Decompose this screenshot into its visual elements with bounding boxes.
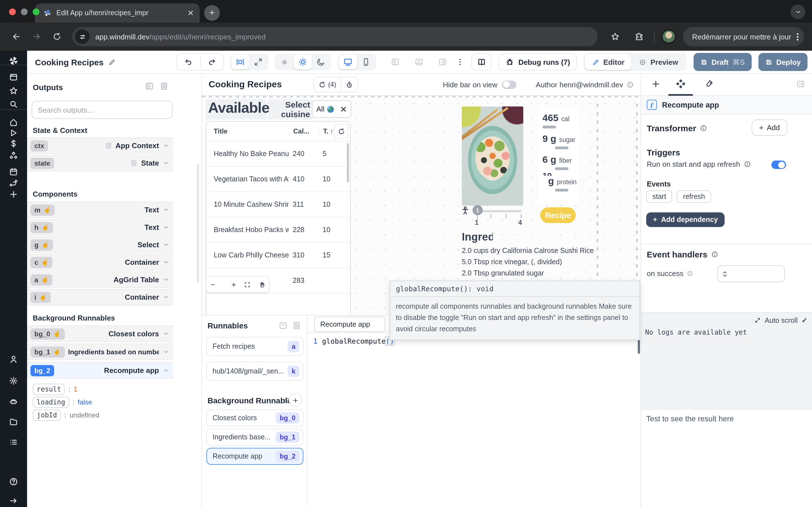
- zoom-in-icon[interactable]: +: [232, 280, 236, 289]
- more-options-kebab-icon[interactable]: [456, 57, 465, 66]
- collapse-panel-icon[interactable]: [145, 82, 154, 93]
- workers-robot-icon[interactable]: [0, 393, 27, 410]
- pan-hand-icon[interactable]: [259, 281, 265, 288]
- centered-layout-icon[interactable]: [231, 55, 249, 69]
- auto-theme-sun-icon[interactable]: [275, 55, 294, 69]
- doc-panel-icon[interactable]: [160, 82, 168, 93]
- chevron-down-icon[interactable]: [162, 348, 170, 355]
- users-person-icon[interactable]: [0, 351, 27, 368]
- dark-theme-moon-icon[interactable]: [312, 55, 329, 69]
- table-row[interactable]: Vegetarian Tacos with Avocado Cream41010: [206, 167, 350, 192]
- output-row-component[interactable]: g☝ Select: [27, 237, 173, 253]
- chrome-menu-icon[interactable]: [797, 33, 799, 40]
- theme-brush-icon[interactable]: [704, 79, 713, 89]
- resources-cubes-icon[interactable]: [0, 148, 27, 165]
- address-bar[interactable]: app.windmill.dev/apps/edit/u/henri/recip…: [72, 27, 598, 46]
- new-tab-button[interactable]: +: [204, 5, 220, 21]
- chevron-down-icon[interactable]: [162, 159, 170, 167]
- profile-avatar[interactable]: [662, 29, 676, 44]
- code-editor[interactable]: Recompute app 1 globalRecompute(): [307, 316, 641, 506]
- draft-button[interactable]: Draft⌘S: [693, 53, 751, 71]
- debug-runs-button[interactable]: Debug runs (7): [499, 54, 576, 70]
- slider-handle[interactable]: 1: [472, 205, 483, 215]
- refresh-history-button[interactable]: [341, 77, 358, 92]
- redo-icon[interactable]: [200, 54, 223, 70]
- undo-icon[interactable]: [177, 54, 200, 70]
- event-chip-start[interactable]: start: [646, 190, 672, 203]
- resize-handle-dots[interactable]: [597, 104, 598, 293]
- windmill-logo-icon[interactable]: [0, 52, 27, 69]
- outputs-scrollbar[interactable]: [197, 164, 199, 282]
- runnable-fetch-recipes[interactable]: Fetch recipes a: [206, 337, 303, 356]
- edit-title-pencil-icon[interactable]: [108, 58, 115, 66]
- refresh-all-button[interactable]: (4): [314, 77, 341, 92]
- toggle-right-panel-icon[interactable]: [434, 55, 451, 69]
- back-icon[interactable]: [8, 28, 25, 45]
- restart-to-update-button[interactable]: Redémarrer pour mettre à jour: [683, 27, 804, 46]
- browser-tab[interactable]: Edit App u/henri/recipes_impr ✕: [35, 3, 200, 22]
- toggle-bottom-panel-icon[interactable]: [410, 55, 428, 69]
- hide-bar-toggle[interactable]: [502, 80, 516, 89]
- output-row-component[interactable]: h☝ Text: [27, 219, 173, 235]
- site-settings-icon[interactable]: [75, 29, 90, 44]
- output-row-component[interactable]: i☝ Container: [27, 289, 173, 305]
- chevron-up-icon[interactable]: [162, 367, 170, 374]
- auto-scroll-check-icon[interactable]: ✓: [802, 316, 808, 325]
- table-row[interactable]: Low Carb Philly Cheesesteak Meal P...310…: [206, 243, 350, 268]
- info-icon[interactable]: [687, 270, 693, 277]
- url-text[interactable]: app.windmill.dev/apps/edit/u/henri/recip…: [95, 33, 266, 41]
- event-chip-refresh[interactable]: refresh: [677, 190, 711, 203]
- zoom-out-icon[interactable]: −: [211, 280, 215, 289]
- collapse-bottom-icon[interactable]: [278, 321, 288, 332]
- settings-components-icon[interactable]: [676, 79, 685, 89]
- info-icon[interactable]: [700, 124, 707, 132]
- output-row-component[interactable]: c☝ Container: [27, 254, 173, 270]
- reload-icon[interactable]: [49, 28, 65, 45]
- help-icon[interactable]: [0, 473, 27, 490]
- extensions-icon[interactable]: [631, 28, 648, 45]
- bg-runnable-closest-colors[interactable]: Closest colors bg_0: [206, 409, 303, 427]
- fit-view-icon[interactable]: [244, 281, 250, 288]
- output-row-ctx[interactable]: ctx App Context: [27, 137, 173, 154]
- bookmark-star-icon[interactable]: [607, 28, 624, 45]
- folders-icon[interactable]: [0, 413, 27, 431]
- chevron-down-icon[interactable]: [162, 259, 170, 266]
- bg-runnable-recompute-selected[interactable]: Recompute app bg_2: [206, 448, 303, 465]
- output-row-bg0[interactable]: bg_0☝ Closest colors: [27, 326, 173, 342]
- zoom-window-icon[interactable]: [33, 8, 40, 15]
- search-icon[interactable]: [0, 96, 27, 113]
- window-controls[interactable]: [9, 8, 40, 15]
- toggle-left-panel-icon[interactable]: [386, 55, 404, 69]
- info-icon[interactable]: [744, 161, 751, 168]
- output-row-state[interactable]: state State: [27, 155, 173, 171]
- insert-component-plus-icon[interactable]: [651, 79, 660, 89]
- servings-slider[interactable]: 1 1 4: [461, 206, 524, 225]
- output-row-bg2-selected[interactable]: bg_2 Recompute app: [27, 362, 173, 379]
- doc-panel-icon[interactable]: [292, 321, 301, 332]
- table-row[interactable]: Breakfast Hobo Packs with Hash Bro...228…: [206, 217, 350, 243]
- info-icon[interactable]: [626, 81, 634, 88]
- minimize-window-icon[interactable]: [21, 8, 28, 15]
- logs-list-icon[interactable]: [0, 434, 27, 451]
- table-row[interactable]: 10 Minute Cashew Shrimp31110: [206, 192, 350, 217]
- forward-icon[interactable]: [28, 28, 45, 45]
- output-row-component[interactable]: a☝ AgGrid Table: [27, 272, 173, 288]
- collapse-rail-arrow-icon[interactable]: [0, 492, 27, 507]
- add-dependency-button[interactable]: + Add dependency: [646, 212, 725, 227]
- tab-preview[interactable]: Preview: [632, 54, 686, 70]
- on-success-select[interactable]: [717, 265, 785, 282]
- run-on-start-toggle[interactable]: [771, 161, 786, 169]
- close-window-icon[interactable]: [9, 8, 16, 15]
- expand-logs-icon[interactable]: [755, 317, 761, 323]
- output-row-bg1[interactable]: bg_1☝ Ingredients based on number of peo…: [27, 344, 173, 360]
- editor-tab[interactable]: Recompute app: [314, 317, 386, 332]
- recipe-button[interactable]: Recipe: [540, 207, 576, 223]
- chevron-down-icon[interactable]: [162, 142, 170, 149]
- output-row-component[interactable]: m☝ Text: [27, 202, 173, 218]
- info-icon[interactable]: [711, 251, 718, 258]
- mobile-view-icon[interactable]: [357, 55, 375, 69]
- table-scrollbar[interactable]: [347, 143, 349, 182]
- tab-editor[interactable]: Editor: [585, 54, 632, 70]
- chevron-down-icon[interactable]: [162, 224, 170, 231]
- add-bg-runnable-button[interactable]: +: [289, 393, 302, 407]
